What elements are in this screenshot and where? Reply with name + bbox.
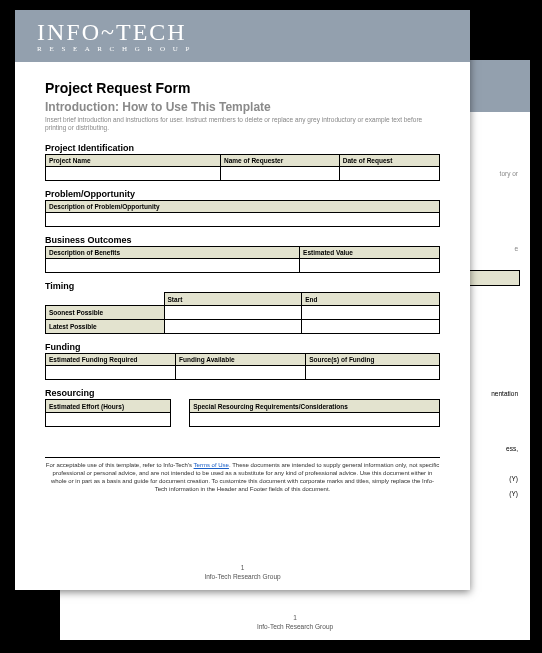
col-header: Source(s) of Funding [306, 354, 440, 366]
table-identification: Project Name Name of Requester Date of R… [45, 154, 440, 181]
table-timing: Start End Soonest Possible Latest Possib… [45, 292, 440, 335]
table-resourcing: Estimated Effort (Hours) Special Resourc… [45, 399, 440, 427]
document-body: Project Request Form Introduction: How t… [15, 62, 470, 494]
page-number: 1 [60, 614, 530, 621]
cell[interactable] [46, 413, 171, 427]
section-heading-problem: Problem/Opportunity [45, 189, 440, 199]
col-header: Estimated Effort (Hours) [46, 400, 171, 413]
footer-org: Info-Tech Research Group [204, 573, 280, 580]
fragment-cell [463, 270, 520, 286]
col-header: End [302, 292, 440, 306]
row-label: Latest Possible [46, 320, 165, 334]
brand-banner: INFO~TECH R E S E A R C H G R O U P [15, 10, 470, 62]
cell[interactable] [302, 306, 440, 320]
fragment-text: e [514, 245, 518, 252]
page-footer: 1 Info-Tech Research Group [60, 614, 530, 630]
fragment-text: ess, [506, 445, 518, 452]
col-header: Estimated Funding Required [46, 354, 176, 366]
section-heading-timing: Timing [45, 281, 440, 291]
cell[interactable] [176, 366, 306, 380]
section-heading-funding: Funding [45, 342, 440, 352]
cell[interactable] [46, 366, 176, 380]
fragment-text: nentation [491, 390, 518, 397]
page-footer: 1 Info-Tech Research Group [15, 564, 470, 580]
brand-tagline: R E S E A R C H G R O U P [37, 46, 193, 53]
footer-org: Info-Tech Research Group [257, 623, 333, 630]
page-subtitle: Introduction: How to Use This Template [45, 100, 440, 114]
instructions-text: Insert brief introduction and instructio… [45, 116, 440, 133]
gap [171, 413, 190, 427]
cell[interactable] [164, 320, 302, 334]
cell[interactable] [46, 166, 221, 180]
cell[interactable] [190, 413, 440, 427]
brand-name: INFO~TECH [37, 19, 187, 45]
terms-of-use-link[interactable]: Terms of Use [194, 462, 229, 468]
cell[interactable] [302, 320, 440, 334]
disclaimer-text: For acceptable use of this template, ref… [45, 457, 440, 493]
col-header: Start [164, 292, 302, 306]
table-problem: Description of Problem/Opportunity [45, 200, 440, 227]
document-page-1: INFO~TECH R E S E A R C H G R O U P Proj… [15, 10, 470, 590]
col-header: Description of Problem/Opportunity [46, 200, 440, 212]
col-header: Project Name [46, 154, 221, 166]
table-outcomes: Description of Benefits Estimated Value [45, 246, 440, 273]
cell[interactable] [339, 166, 439, 180]
page-title: Project Request Form [45, 80, 440, 96]
fragment-text: (Y) [509, 490, 518, 497]
col-header: Funding Available [176, 354, 306, 366]
cell[interactable] [300, 258, 440, 272]
cell[interactable] [46, 258, 300, 272]
col-header: Special Resourcing Requirements/Consider… [190, 400, 440, 413]
col-header: Estimated Value [300, 246, 440, 258]
disclaimer-prefix: For acceptable use of this template, ref… [46, 462, 194, 468]
col-header: Description of Benefits [46, 246, 300, 258]
gap [171, 400, 190, 413]
section-heading-resourcing: Resourcing [45, 388, 440, 398]
table-funding: Estimated Funding Required Funding Avail… [45, 353, 440, 380]
col-header: Date of Request [339, 154, 439, 166]
col-header: Name of Requester [220, 154, 339, 166]
cell[interactable] [220, 166, 339, 180]
fragment-text: (Y) [509, 475, 518, 482]
page-number: 1 [15, 564, 470, 571]
cell[interactable] [306, 366, 440, 380]
section-heading-identification: Project Identification [45, 143, 440, 153]
row-label: Soonest Possible [46, 306, 165, 320]
section-heading-outcomes: Business Outcomes [45, 235, 440, 245]
fragment-text: tory or [500, 170, 518, 177]
cell[interactable] [164, 306, 302, 320]
cell[interactable] [46, 212, 440, 226]
brand-logo: INFO~TECH R E S E A R C H G R O U P [37, 20, 193, 53]
